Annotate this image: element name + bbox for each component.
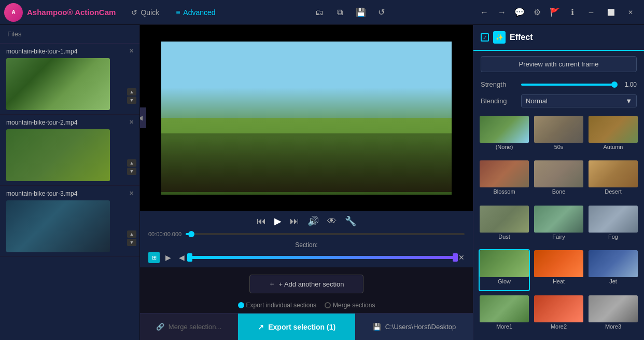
- section-track[interactable]: [190, 256, 455, 259]
- merge-icon: 🔗: [156, 323, 164, 331]
- play-button[interactable]: ▶: [274, 215, 282, 227]
- effect-item-autumn[interactable]: Autumn: [587, 115, 639, 156]
- reset-button[interactable]: ↺: [373, 4, 390, 21]
- effect-item-bone[interactable]: Bone: [533, 159, 584, 201]
- section-add-icon[interactable]: ⊞: [148, 252, 160, 263]
- scroll-btns-1: ▲ ▼: [127, 88, 136, 104]
- add-section-button[interactable]: ＋ + Add another section: [249, 275, 363, 293]
- flag-button[interactable]: 🚩: [547, 4, 563, 21]
- app-logo: A Ashampoo® ActionCam: [4, 3, 116, 22]
- panel-collapse-button[interactable]: ◀: [140, 107, 146, 128]
- scroll-up-1[interactable]: ▲: [127, 88, 136, 96]
- merge-sections-radio[interactable]: [325, 302, 331, 308]
- effect-item-dust[interactable]: Dust: [479, 205, 530, 246]
- effect-item-blossom[interactable]: Blossom: [479, 159, 530, 201]
- scroll-down-3[interactable]: ▼: [127, 239, 136, 246]
- save-button[interactable]: 💾: [353, 4, 369, 21]
- effect-item-fairy[interactable]: Fairy: [533, 205, 584, 246]
- effect-item-fog[interactable]: Fog: [587, 205, 639, 246]
- settings-button[interactable]: ⚙: [529, 4, 545, 21]
- effect-thumb-5: [589, 160, 638, 187]
- effect-item--none-[interactable]: (None): [479, 115, 530, 156]
- effect-panel-icon: ✨: [493, 31, 506, 44]
- merge-sections-option[interactable]: Merge sections: [325, 302, 375, 309]
- strength-slider[interactable]: [521, 84, 614, 86]
- timeline-track[interactable]: [186, 233, 465, 235]
- section-next-button[interactable]: ▶: [163, 252, 173, 263]
- file-thumb-1: [6, 58, 110, 110]
- nav-quick[interactable]: ↺ Quick: [124, 5, 166, 20]
- effect-item-50s[interactable]: 50s: [533, 115, 584, 156]
- timeline-row: 00:00:00.000: [148, 231, 465, 237]
- path-label: C:\Users\Horst\Desktop: [385, 323, 456, 331]
- scroll-down-2[interactable]: ▼: [127, 168, 136, 175]
- file-item-3[interactable]: mountain-bike-tour-3.mp4 ✕ ▲ ▼: [0, 186, 139, 257]
- section-close-button[interactable]: ✕: [458, 253, 465, 262]
- blending-select[interactable]: Normal ▼: [521, 94, 637, 107]
- strength-row: Strength 1.00: [473, 77, 644, 91]
- nav-advanced[interactable]: ≡ Advanced: [169, 5, 222, 20]
- export-label: Export selection (1): [268, 323, 335, 331]
- close-file-2-button[interactable]: ✕: [127, 118, 135, 126]
- effect-item-desert[interactable]: Desert: [587, 159, 639, 201]
- volume-button[interactable]: 🔊: [307, 215, 319, 227]
- duplicate-button[interactable]: ⧉: [332, 4, 348, 21]
- effect-name-8: Fog: [608, 233, 618, 241]
- strength-slider-thumb[interactable]: [611, 81, 618, 88]
- export-individual-label: Export individual sections: [246, 302, 316, 309]
- time-display: 00:00:00.000: [148, 231, 181, 237]
- effect-thumb-0: [480, 116, 529, 143]
- effect-checkbox[interactable]: ✓: [481, 33, 489, 42]
- step-forward-button[interactable]: ⏭: [290, 216, 299, 227]
- close-button[interactable]: ✕: [621, 3, 640, 22]
- effect-item-more2[interactable]: More2: [533, 294, 584, 336]
- section-thumb-left[interactable]: [187, 253, 192, 262]
- effect-item-jet[interactable]: Jet: [587, 249, 639, 291]
- thumb-image-3: [6, 200, 110, 252]
- export-individual-option[interactable]: Export individual sections: [238, 302, 316, 309]
- effect-thumb-14: [589, 295, 638, 322]
- section-label: Section:: [148, 241, 465, 249]
- sidebar-header: Files: [0, 25, 139, 44]
- effect-thumb-12: [480, 295, 529, 322]
- file-item-1[interactable]: mountain-bike-tour-1.mp4 ✕ ▲ ▼: [0, 44, 139, 115]
- open-file-button[interactable]: 🗂: [311, 4, 328, 21]
- file-item-2[interactable]: mountain-bike-tour-2.mp4 ✕ ▲ ▼: [0, 115, 139, 186]
- advanced-icon: ≡: [176, 8, 180, 17]
- effect-thumb-13: [534, 295, 583, 322]
- strength-label: Strength: [481, 80, 517, 88]
- timeline-thumb[interactable]: [188, 231, 194, 237]
- titlebar-right: ← → 💬 ⚙ 🚩 ℹ ─ ⬜ ✕: [476, 3, 640, 22]
- effect-item-heat[interactable]: Heat: [533, 249, 584, 291]
- blending-row: Blending Normal ▼: [473, 91, 644, 111]
- scroll-btns-2: ▲ ▼: [127, 159, 136, 175]
- effect-item-more3[interactable]: More3: [587, 294, 639, 336]
- effect-thumb-8: [589, 206, 638, 233]
- section-thumb-right[interactable]: [453, 253, 458, 262]
- output-path-button[interactable]: 💾 C:\Users\Horst\Desktop: [355, 314, 473, 340]
- close-file-1-button[interactable]: ✕: [127, 47, 135, 55]
- step-back-button[interactable]: ⏮: [257, 216, 266, 227]
- scroll-down-1[interactable]: ▼: [127, 97, 136, 104]
- section-prev-button[interactable]: ◀: [176, 252, 187, 263]
- effect-name-13: More2: [551, 322, 567, 331]
- merge-selection-button[interactable]: 🔗 Merge selection...: [140, 314, 238, 340]
- maximize-button[interactable]: ⬜: [601, 3, 620, 22]
- minimize-button[interactable]: ─: [582, 3, 600, 22]
- scroll-up-2[interactable]: ▲: [127, 159, 136, 167]
- preview-button[interactable]: 👁: [327, 216, 337, 227]
- effect-item-more1[interactable]: More1: [479, 294, 530, 336]
- undo-button[interactable]: ←: [476, 4, 493, 21]
- effect-thumb-11: [589, 250, 638, 277]
- redo-button[interactable]: →: [494, 4, 510, 21]
- export-individual-radio[interactable]: [238, 302, 244, 308]
- scroll-up-3[interactable]: ▲: [127, 230, 136, 238]
- export-selection-button[interactable]: ↗ Export selection (1): [238, 314, 355, 340]
- close-file-3-button[interactable]: ✕: [127, 189, 135, 197]
- effect-item-glow[interactable]: Glow: [479, 249, 530, 291]
- effect-name-6: Dust: [498, 233, 510, 241]
- settings-video-button[interactable]: 🔧: [345, 215, 356, 227]
- preview-frame-button[interactable]: Preview with current frame: [481, 56, 637, 72]
- chat-button[interactable]: 💬: [511, 4, 528, 21]
- info-button[interactable]: ℹ: [564, 4, 581, 21]
